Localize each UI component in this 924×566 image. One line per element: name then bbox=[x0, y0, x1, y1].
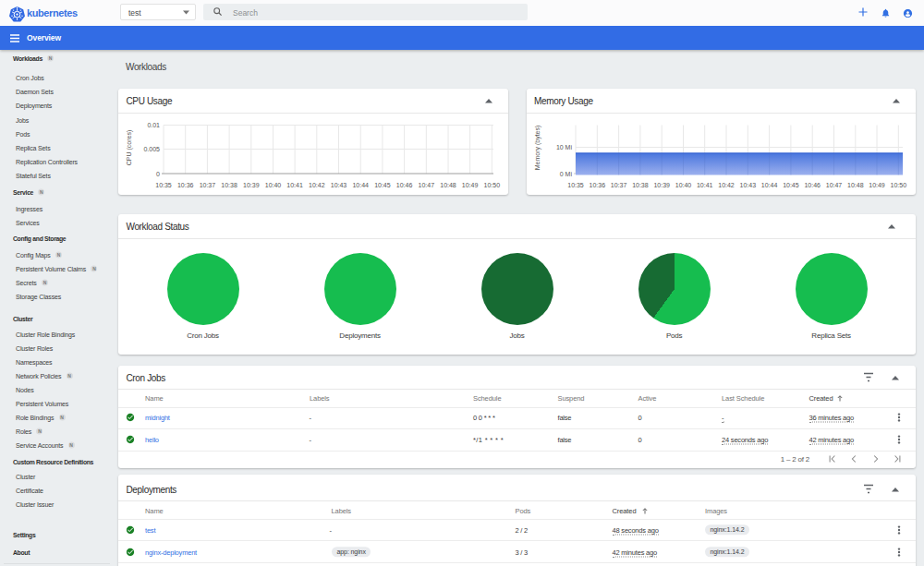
svg-text:10:36: 10:36 bbox=[589, 182, 605, 188]
svg-text:10:45: 10:45 bbox=[783, 182, 799, 188]
svg-text:0 Mi: 0 Mi bbox=[559, 171, 572, 177]
svg-text:10:37: 10:37 bbox=[610, 182, 626, 188]
svg-text:10:50: 10:50 bbox=[484, 182, 501, 188]
svg-text:10:36: 10:36 bbox=[177, 182, 194, 188]
svg-text:10:38: 10:38 bbox=[632, 182, 649, 188]
svg-text:10:45: 10:45 bbox=[374, 182, 391, 188]
svg-text:0.01: 0.01 bbox=[147, 122, 160, 128]
svg-text:10:39: 10:39 bbox=[653, 182, 670, 188]
svg-text:10:44: 10:44 bbox=[352, 182, 369, 188]
svg-text:10:42: 10:42 bbox=[718, 182, 735, 188]
svg-text:10:47: 10:47 bbox=[825, 182, 842, 188]
svg-text:10:44: 10:44 bbox=[760, 182, 777, 188]
svg-text:10:50: 10:50 bbox=[890, 182, 906, 188]
svg-text:10:41: 10:41 bbox=[286, 182, 303, 188]
svg-text:10:39: 10:39 bbox=[243, 182, 260, 188]
svg-text:0: 0 bbox=[156, 171, 160, 177]
svg-text:10:46: 10:46 bbox=[396, 182, 413, 188]
svg-text:10:47: 10:47 bbox=[419, 182, 435, 188]
svg-text:10:46: 10:46 bbox=[804, 182, 821, 188]
svg-text:10 Mi: 10 Mi bbox=[555, 144, 572, 151]
svg-text:CPU (cores): CPU (cores) bbox=[126, 130, 133, 166]
svg-text:10:35: 10:35 bbox=[155, 182, 172, 188]
svg-text:10:49: 10:49 bbox=[462, 182, 479, 188]
svg-text:Memory (bytes): Memory (bytes) bbox=[534, 126, 541, 171]
svg-text:10:37: 10:37 bbox=[200, 182, 216, 188]
svg-text:10:38: 10:38 bbox=[221, 182, 237, 188]
svg-text:10:49: 10:49 bbox=[869, 182, 885, 188]
svg-text:10:43: 10:43 bbox=[739, 182, 756, 188]
svg-text:10:43: 10:43 bbox=[331, 182, 347, 188]
svg-text:10:40: 10:40 bbox=[675, 182, 691, 188]
svg-text:0.005: 0.005 bbox=[143, 146, 160, 152]
svg-text:10:41: 10:41 bbox=[696, 182, 712, 188]
svg-text:10:42: 10:42 bbox=[309, 182, 325, 188]
svg-text:10:48: 10:48 bbox=[847, 182, 864, 188]
svg-text:10:35: 10:35 bbox=[567, 182, 584, 188]
svg-text:10:48: 10:48 bbox=[440, 182, 456, 188]
svg-text:10:40: 10:40 bbox=[265, 182, 282, 188]
